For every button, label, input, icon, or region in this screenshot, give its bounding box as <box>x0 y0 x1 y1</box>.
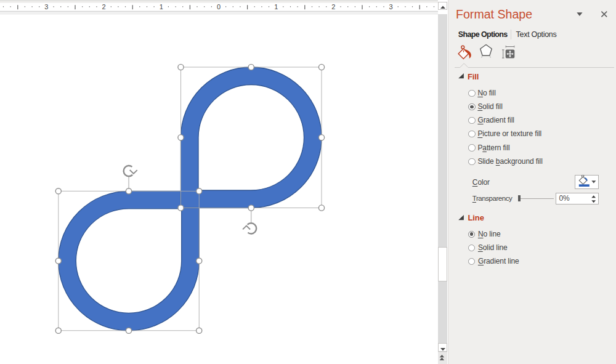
svg-text:1: 1 <box>274 3 278 10</box>
svg-text:2: 2 <box>102 3 106 10</box>
svg-text:1: 1 <box>160 3 163 10</box>
svg-text:0: 0 <box>217 3 221 10</box>
svg-text:2: 2 <box>331 3 335 10</box>
svg-text:3: 3 <box>44 3 48 10</box>
svg-text:3: 3 <box>389 3 393 10</box>
